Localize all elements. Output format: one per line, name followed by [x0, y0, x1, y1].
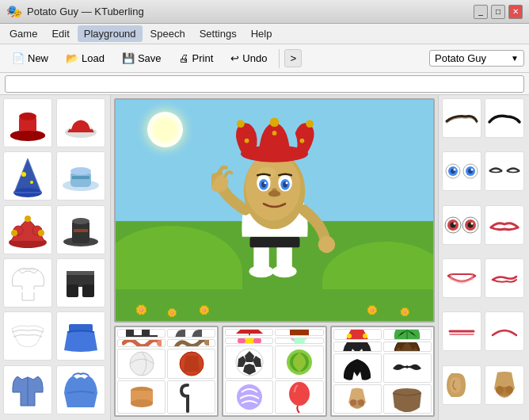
svg-rect-14 [72, 176, 89, 179]
list-item[interactable] [56, 311, 105, 361]
list-item[interactable] [3, 258, 52, 307]
close-button[interactable]: ✕ [508, 5, 523, 19]
list-item[interactable] [167, 329, 215, 338]
list-item[interactable] [56, 205, 105, 254]
svg-point-5 [78, 109, 83, 114]
list-item[interactable] [333, 342, 382, 353]
svg-rect-69 [290, 329, 309, 336]
list-item[interactable] [383, 329, 432, 340]
list-item[interactable] [56, 98, 105, 147]
svg-point-110 [454, 222, 456, 224]
svg-rect-28 [67, 271, 94, 275]
list-item[interactable] [442, 205, 481, 245]
list-item[interactable] [225, 380, 273, 414]
potato-character-svg [211, 115, 338, 297]
list-item[interactable] [485, 151, 524, 191]
list-item[interactable] [485, 98, 524, 138]
toolbar-separator [279, 49, 280, 68]
list-item[interactable] [3, 311, 52, 361]
flowers: 🌼 🌼 🌼 🌼 🌼 [124, 305, 425, 317]
list-item[interactable] [485, 365, 524, 405]
print-button[interactable]: 🖨 Print [172, 49, 221, 67]
shirt-icon [6, 262, 50, 304]
hair-3-icon [340, 354, 375, 382]
bottom-section-1 [114, 326, 219, 417]
svg-point-18 [11, 230, 17, 236]
list-item[interactable] [275, 380, 323, 414]
undo-button[interactable]: ↩ Undo [223, 49, 274, 67]
list-item[interactable] [442, 258, 481, 298]
svg-point-97 [350, 399, 356, 406]
list-item[interactable] [333, 329, 382, 340]
sun-decoration [147, 112, 183, 147]
list-item[interactable] [383, 342, 432, 353]
list-item[interactable] [56, 151, 105, 200]
list-item[interactable] [3, 98, 52, 147]
print-icon: 🖨 [179, 52, 189, 64]
menu-edit[interactable]: Edit [45, 25, 75, 42]
more-button[interactable]: > [284, 49, 302, 67]
list-item[interactable] [167, 339, 215, 348]
svg-point-36 [245, 153, 300, 220]
list-item[interactable] [485, 205, 524, 245]
svg-rect-26 [67, 284, 78, 297]
svg-point-41 [306, 120, 314, 128]
list-item[interactable] [56, 365, 105, 414]
list-item[interactable] [442, 365, 481, 405]
eyes-1-icon [443, 158, 480, 185]
svg-point-75 [253, 338, 261, 345]
list-item[interactable] [3, 365, 52, 414]
list-item[interactable] [333, 384, 382, 414]
list-item[interactable] [383, 384, 432, 414]
eyes-4-icon [486, 215, 523, 235]
minimize-button[interactable]: _ [474, 5, 488, 19]
list-item[interactable] [275, 346, 323, 379]
search-bar [0, 73, 529, 95]
save-button[interactable]: 💾 Save [115, 49, 169, 67]
list-item[interactable] [225, 346, 273, 379]
list-item[interactable] [383, 353, 432, 383]
balloon-icon [287, 381, 312, 413]
list-item[interactable] [485, 311, 524, 351]
character-name: Potato Guy [435, 52, 486, 64]
list-item[interactable] [167, 349, 215, 379]
list-item[interactable] [225, 329, 273, 336]
list-item[interactable] [442, 98, 481, 138]
drum-icon [127, 383, 156, 411]
list-item[interactable] [333, 353, 382, 383]
svg-point-116 [496, 386, 504, 394]
list-item[interactable] [117, 349, 166, 379]
undo-icon: ↩ [230, 52, 239, 64]
svg-rect-34 [249, 237, 299, 248]
list-item[interactable] [275, 329, 323, 336]
list-item[interactable] [167, 380, 215, 414]
list-item[interactable] [56, 258, 105, 307]
list-item[interactable] [3, 205, 52, 254]
menu-game[interactable]: Game [3, 25, 44, 42]
list-item[interactable] [225, 338, 273, 345]
list-item[interactable] [117, 329, 166, 338]
menu-help[interactable]: Help [245, 25, 279, 42]
list-item[interactable] [117, 339, 166, 348]
maximize-button[interactable]: □ [491, 5, 505, 19]
menu-settings[interactable]: Settings [193, 25, 243, 42]
new-icon: 📄 [12, 52, 25, 64]
main-canvas[interactable]: 🌼 🌼 🌼 🌼 🌼 [114, 98, 435, 323]
list-item[interactable] [442, 311, 481, 351]
mouth-1-icon [443, 268, 480, 288]
list-item[interactable] [117, 380, 166, 414]
list-item[interactable] [275, 338, 323, 345]
bottom-section-2 [222, 326, 326, 417]
character-selector[interactable]: Potato Guy ▼ [429, 50, 524, 67]
menu-playground[interactable]: Playground [78, 25, 143, 42]
list-item[interactable] [3, 151, 52, 200]
menu-speech[interactable]: Speech [144, 25, 192, 42]
fancy-hat-icon [61, 212, 101, 247]
new-button[interactable]: 📄 New [5, 49, 55, 67]
list-item[interactable] [485, 258, 524, 298]
list-item[interactable] [442, 151, 481, 191]
ball-3-icon [234, 381, 265, 413]
load-button[interactable]: 📂 Load [59, 49, 112, 67]
search-input[interactable] [5, 75, 524, 93]
svg-point-42 [244, 139, 249, 143]
